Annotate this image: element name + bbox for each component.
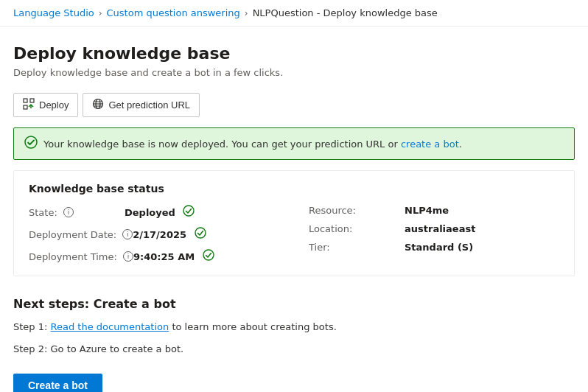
deployment-date-check-icon: [195, 227, 206, 242]
resource-value: NLP4me: [405, 205, 449, 216]
success-icon: [24, 136, 38, 152]
breadcrumb-link-custom-qa[interactable]: Custom question answering: [107, 7, 240, 18]
read-documentation-link[interactable]: Read the documentation: [51, 321, 169, 332]
step2-text: Step 2: Go to Azure to create a bot.: [13, 342, 575, 357]
deployment-time-value: 9:40:25 AM: [133, 249, 214, 264]
status-card-title: Knowledge base status: [29, 183, 559, 195]
state-label: State: i: [29, 207, 125, 218]
status-row-tier: Tier: Standard (S): [309, 242, 559, 253]
deployment-time-info-icon[interactable]: i: [123, 251, 133, 262]
status-row-deployment-date: Deployment Date: i 2/17/2025: [29, 227, 279, 242]
deployment-date-info-icon[interactable]: i: [122, 229, 133, 239]
banner-message: Your knowledge base is now deployed. You…: [43, 139, 462, 150]
deploy-icon: [23, 98, 35, 112]
get-prediction-url-label: Get prediction URL: [108, 99, 190, 111]
state-value: Deployed: [125, 205, 195, 220]
create-bot-button[interactable]: Create a bot: [13, 374, 102, 392]
status-left-column: State: i Deployed: [29, 205, 279, 264]
step1-text: Step 1: Read the documentation to learn …: [13, 320, 575, 335]
get-prediction-url-button[interactable]: Get prediction URL: [83, 93, 200, 117]
banner-create-bot-link[interactable]: create a bot: [401, 139, 459, 150]
location-label: Location:: [309, 223, 405, 234]
breadcrumb-sep-1: ›: [99, 8, 102, 18]
toolbar: Deploy Get prediction URL: [13, 93, 575, 117]
state-check-icon: [183, 205, 195, 220]
next-steps-title: Next steps: Create a bot: [13, 297, 575, 311]
deployment-time-check-icon: [203, 249, 214, 264]
main-content: Deploy knowledge base Deploy knowledge b…: [0, 27, 588, 392]
svg-rect-2: [24, 105, 27, 109]
svg-point-9: [25, 136, 37, 148]
breadcrumb-sep-2: ›: [245, 8, 248, 18]
deploy-button-label: Deploy: [39, 99, 69, 111]
breadcrumb: Language Studio › Custom question answer…: [0, 0, 588, 27]
tier-label: Tier:: [309, 242, 405, 253]
status-row-location: Location: australiaeast: [309, 223, 559, 234]
deploy-button[interactable]: Deploy: [13, 93, 78, 117]
status-row-resource: Resource: NLP4me: [309, 205, 559, 216]
success-banner: Your knowledge base is now deployed. You…: [13, 127, 575, 160]
status-row-state: State: i Deployed: [29, 205, 279, 220]
svg-point-11: [195, 228, 206, 238]
deployment-date-label: Deployment Date: i: [29, 229, 133, 240]
page-subtitle: Deploy knowledge base and create a bot i…: [13, 67, 575, 78]
tier-value: Standard (S): [405, 242, 473, 253]
status-row-deployment-time: Deployment Time: i 9:40:25 AM: [29, 249, 279, 264]
svg-rect-1: [30, 99, 34, 102]
location-value: australiaeast: [405, 223, 475, 234]
status-right-column: Resource: NLP4me Location: australiaeast…: [309, 205, 559, 264]
breadcrumb-current: NLPQuestion - Deploy knowledge base: [253, 7, 438, 18]
status-card: Knowledge base status State: i Deployed: [13, 170, 575, 276]
svg-point-12: [203, 250, 214, 260]
deployment-date-value: 2/17/2025: [133, 227, 206, 242]
deployment-time-label: Deployment Time: i: [29, 251, 133, 262]
state-info-icon[interactable]: i: [63, 207, 74, 217]
status-grid: State: i Deployed: [29, 205, 559, 264]
globe-icon: [92, 98, 104, 112]
resource-label: Resource:: [309, 205, 405, 216]
breadcrumb-link-language-studio[interactable]: Language Studio: [13, 7, 94, 18]
page-title: Deploy knowledge base: [13, 44, 575, 63]
svg-point-10: [183, 206, 194, 216]
svg-rect-0: [24, 99, 27, 102]
